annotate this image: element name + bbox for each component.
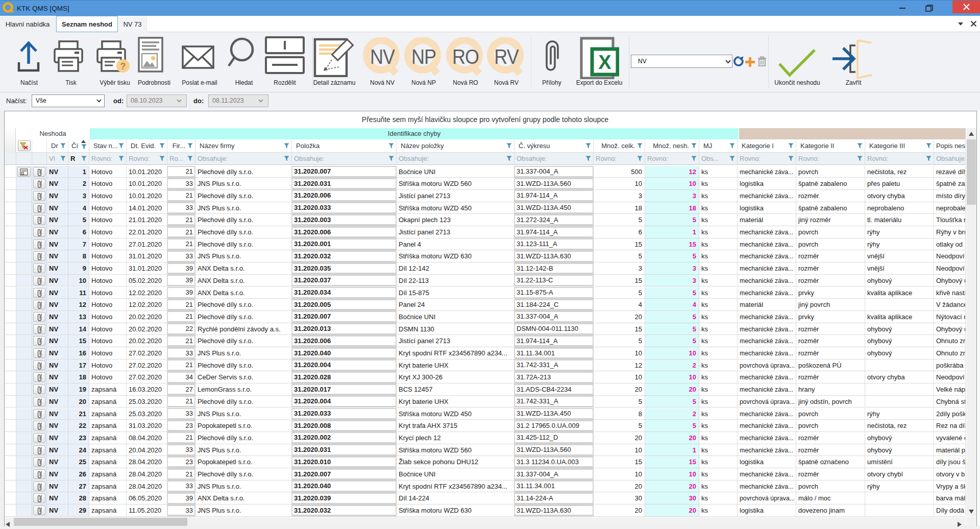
svg-text:X: X xyxy=(598,52,611,73)
